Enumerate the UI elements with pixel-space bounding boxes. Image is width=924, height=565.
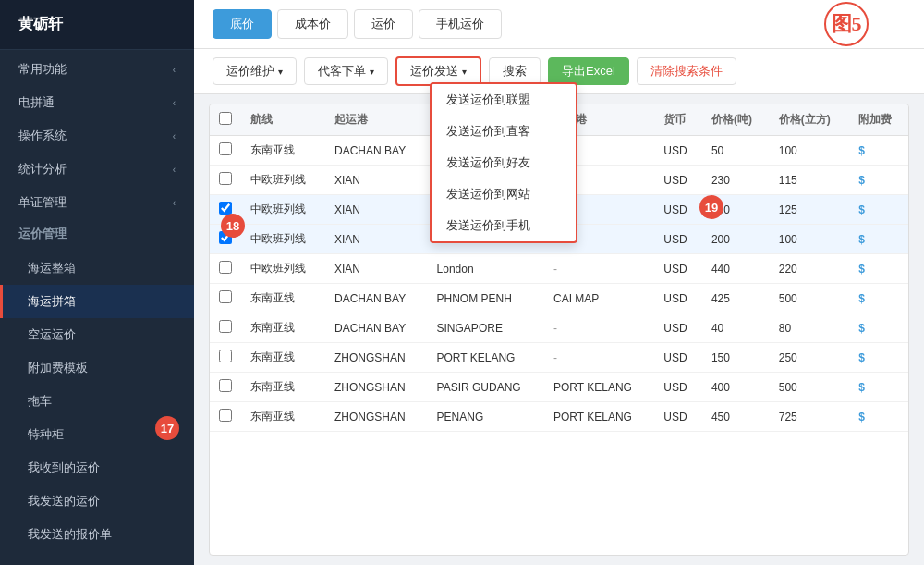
row-checkbox[interactable] <box>219 379 232 392</box>
sidebar-item-air[interactable]: 空运运价 <box>0 318 194 351</box>
row-price-cbm: 725 <box>770 402 849 432</box>
row-checkbox[interactable] <box>219 320 232 333</box>
sidebar-section-freight: 运价管理 <box>0 216 194 252</box>
sidebar-item-trailer[interactable]: 拖车 <box>0 385 194 418</box>
sidebar-section-common[interactable]: 常用功能 ‹ <box>0 50 194 83</box>
row-dest: PASIR GUDANG <box>428 373 544 402</box>
row-checkbox[interactable] <box>219 290 232 303</box>
table-row: 东南亚线 DACHAN BAY PHNOM PENH CAI MAP USD 4… <box>210 284 908 313</box>
tab-cost[interactable]: 成本价 <box>277 9 348 39</box>
row-currency: USD <box>654 225 702 254</box>
row-surcharge: $ <box>849 166 908 195</box>
chevron-icon: ‹ <box>173 98 176 108</box>
row-route: 东南亚线 <box>241 373 325 402</box>
sidebar-item-sent[interactable]: 我发送的运价 <box>0 485 194 518</box>
export-button[interactable]: 导出Excel <box>548 57 629 85</box>
row-price-cbm: 500 <box>770 284 849 313</box>
chevron-icon: ‹ <box>173 165 176 175</box>
dropdown-arrow-icon: ▾ <box>462 67 467 77</box>
dropdown-item-friend[interactable]: 发送运价到好友 <box>432 147 576 178</box>
row-route: 东南亚线 <box>241 313 325 343</box>
row-checkbox[interactable] <box>219 409 232 422</box>
sidebar-item-quote[interactable]: 我发送的报价单 <box>0 518 194 551</box>
annotation-bubble-18: 18 <box>221 214 245 238</box>
sidebar-section-ops[interactable]: 操作系统 ‹ <box>0 117 194 150</box>
annotation-bubble-19: 19 <box>699 195 723 219</box>
row-checkbox[interactable] <box>219 142 232 155</box>
row-price-cbm: 500 <box>770 373 849 402</box>
order-button[interactable]: 代客下单 ▾ <box>304 57 388 85</box>
row-origin: XIAN <box>325 225 428 254</box>
row-origin: XIAN <box>325 166 428 195</box>
sidebar-section-stats[interactable]: 统计分析 ‹ <box>0 150 194 183</box>
tab-base[interactable]: 底价 <box>213 9 272 39</box>
clear-button[interactable]: 清除搜索条件 <box>637 57 736 85</box>
row-surcharge: $ <box>849 254 908 284</box>
row-checkbox-cell[interactable] <box>210 313 241 343</box>
row-transit: - <box>544 343 654 373</box>
row-checkbox-cell[interactable] <box>210 402 241 432</box>
row-checkbox-cell[interactable] <box>210 136 241 166</box>
search-button[interactable]: 搜索 <box>489 57 541 85</box>
row-currency: USD <box>654 166 702 195</box>
table-row: 东南亚线 ZHONGSHAN PASIR GUDANG PORT KELANG … <box>210 373 908 402</box>
row-origin: ZHONGSHAN <box>325 343 428 373</box>
row-surcharge: $ <box>849 343 908 373</box>
sidebar-section-ept[interactable]: 电拼通 ‹ <box>0 83 194 117</box>
row-dest: PORT KELANG <box>428 343 544 373</box>
row-price-cbm: 115 <box>770 166 849 195</box>
freight-send-dropdown: 发送运价到联盟 发送运价到直客 发送运价到好友 发送运价到网站 发送运价到手机 <box>430 82 578 243</box>
row-price-ton: 50 <box>702 136 770 166</box>
annotation-bubble-17: 17 <box>155 416 179 440</box>
row-checkbox-cell[interactable] <box>210 343 241 373</box>
sidebar-item-sea-lcl[interactable]: 海运拼箱 <box>0 285 194 318</box>
col-origin: 起运港 <box>325 104 428 136</box>
tab-freight[interactable]: 运价 <box>354 9 413 39</box>
row-dest: London <box>428 254 544 284</box>
row-dest: PHNOM PENH <box>428 284 544 313</box>
dropdown-item-mobile[interactable]: 发送运价到手机 <box>432 210 576 241</box>
maintenance-button[interactable]: 运价维护 ▾ <box>213 57 297 85</box>
row-price-cbm: 80 <box>770 313 849 343</box>
row-price-ton: 40 <box>702 313 770 343</box>
row-checkbox[interactable] <box>219 202 232 215</box>
dropdown-item-website[interactable]: 发送运价到网站 <box>432 178 576 210</box>
row-origin: DACHAN BAY <box>325 136 428 166</box>
row-checkbox[interactable] <box>219 350 232 362</box>
sidebar-item-sea-full[interactable]: 海运整箱 <box>0 252 194 285</box>
col-checkbox <box>210 104 241 136</box>
dropdown-item-alliance[interactable]: 发送运价到联盟 <box>432 84 576 116</box>
dropdown-item-direct[interactable]: 发送运价到直客 <box>432 116 576 147</box>
row-checkbox-cell[interactable] <box>210 166 241 195</box>
row-surcharge: $ <box>849 284 908 313</box>
col-price-ton: 价格(吨) <box>702 104 770 136</box>
tab-mobile[interactable]: 手机运价 <box>419 9 502 39</box>
row-checkbox-cell[interactable] <box>210 284 241 313</box>
chevron-icon: ‹ <box>173 198 176 208</box>
row-currency: USD <box>654 284 702 313</box>
row-surcharge: $ <box>849 136 908 166</box>
dropdown-arrow-icon: ▾ <box>278 67 283 77</box>
row-currency: USD <box>654 195 702 225</box>
sidebar-item-surcharge[interactable]: 附加费模板 <box>0 351 194 385</box>
sidebar: 黄砺轩 常用功能 ‹ 电拼通 ‹ 操作系统 ‹ 统计分析 ‹ 单证管理 ‹ 运价… <box>0 0 194 565</box>
row-checkbox-cell[interactable] <box>210 373 241 402</box>
chevron-icon: ‹ <box>173 131 176 141</box>
select-all-checkbox[interactable] <box>219 112 232 125</box>
row-price-cbm: 100 <box>770 225 849 254</box>
chevron-icon: ‹ <box>173 65 176 75</box>
row-price-ton: 425 <box>702 284 770 313</box>
row-surcharge: $ <box>849 373 908 402</box>
sidebar-item-received[interactable]: 我收到的运价 <box>0 451 194 485</box>
row-checkbox[interactable] <box>219 172 232 185</box>
row-transit: - <box>544 313 654 343</box>
row-checkbox-cell[interactable] <box>210 254 241 284</box>
row-route: 中欧班列线 <box>241 195 325 225</box>
row-checkbox[interactable] <box>219 261 232 274</box>
sidebar-section-docs[interactable]: 单证管理 ‹ <box>0 183 194 216</box>
table-row: 中欧班列线 XIAN London - USD 440 220 $ <box>210 254 908 284</box>
row-origin: DACHAN BAY <box>325 284 428 313</box>
col-surcharge: 附加费 <box>849 104 908 136</box>
row-route: 中欧班列线 <box>241 225 325 254</box>
row-price-ton: 400 <box>702 373 770 402</box>
